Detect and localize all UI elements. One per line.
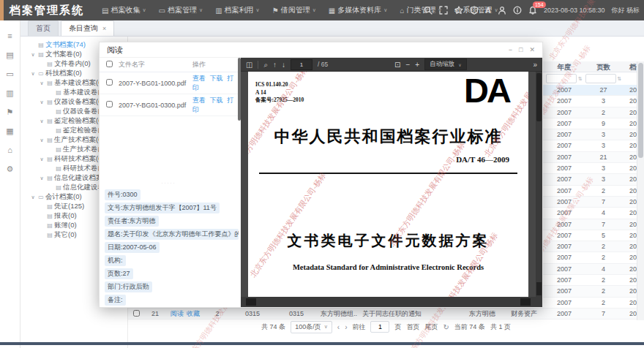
left-icon-rail: ≡ ▤ ▭ ▥ ⚑ ▦ ⌂ ⚙ <box>0 20 20 348</box>
tab-bar: 首页 条目查询 × <box>20 20 644 37</box>
nav-archive-collect[interactable]: ▤ 档案收集 ∨ <box>99 5 149 15</box>
rail-manage[interactable]: ▭ <box>0 64 20 83</box>
pagination: 共 74 条 100条/页 ∨ ‹ › 前往 页 首页 尾页 ↻ 当前 74 条… <box>128 320 644 333</box>
tree-item-label: 文书档案(74) <box>45 40 86 50</box>
zoom-out-icon[interactable]: − <box>405 58 410 72</box>
table-row[interactable]: 21 阅读收藏 2 0315 0315 东方明德组.. 关于同志任职的通知 东方… <box>128 309 644 319</box>
filter-year-input[interactable] <box>546 74 577 83</box>
rail-use[interactable]: ▥ <box>0 83 20 102</box>
scrollbar-thumb[interactable] <box>536 282 542 295</box>
row-checkbox[interactable] <box>133 310 140 317</box>
search-icon[interactable] <box>424 6 433 15</box>
nav-item-label: 档案利用 <box>225 5 254 15</box>
tree-caret-icon[interactable]: ∨ <box>29 52 37 58</box>
notification-bell[interactable]: 154 <box>528 6 537 15</box>
toolbar-more-icon[interactable]: » <box>533 58 537 72</box>
fit-page-icon[interactable]: ⊡ <box>394 58 400 72</box>
rail-system[interactable]: ⚙ <box>0 159 20 178</box>
scrollbar-thumb[interactable] <box>536 73 542 121</box>
sidebar-toggle-icon[interactable]: ◫ <box>246 58 252 72</box>
tab-close-icon[interactable]: × <box>102 25 106 32</box>
nav-archive-manage[interactable]: ▭ 档案管理 ∨ <box>156 5 206 15</box>
tree-caret-icon[interactable]: ∨ <box>38 118 45 124</box>
zoom-select[interactable]: 自动缩放 ∨ <box>424 58 466 70</box>
read-link[interactable]: 阅读 <box>171 310 184 317</box>
tree-node-icon: ▭ <box>37 70 45 77</box>
row-year: 2007 <box>545 107 583 118</box>
minimize-icon[interactable]: − <box>509 46 512 53</box>
refresh-icon[interactable]: ↻ <box>443 323 449 331</box>
tab-entry-query[interactable]: 条目查询 × <box>61 20 114 36</box>
view-link[interactable]: 查看 <box>192 75 206 82</box>
info-icon[interactable] <box>513 6 522 15</box>
find-icon[interactable]: ⌕ <box>263 58 268 72</box>
rail-collect[interactable]: ▤ <box>0 45 20 64</box>
shield-icon[interactable] <box>470 6 479 15</box>
nav-media-library[interactable]: ▦ 多媒体资料库 ∨ <box>326 5 391 15</box>
download-link[interactable]: 下载 <box>210 97 223 104</box>
2007-Y-BG01-1000.pdf[interactable]: 2007-Y-BG01-1000.pdf 查看 下载 打印 <box>100 72 241 94</box>
tree-caret-icon[interactable]: ∨ <box>38 156 45 162</box>
scrollbar-thumb[interactable] <box>638 63 643 158</box>
star-icon[interactable] <box>454 6 463 15</box>
page-down-icon[interactable]: ↓ <box>282 58 285 72</box>
file-select-all-checkbox[interactable] <box>106 61 113 67</box>
modal-header: 阅读 − □ ✕ <box>100 42 542 58</box>
zoom-in-icon[interactable]: + <box>415 58 419 72</box>
tree-caret-icon[interactable]: ∨ <box>38 175 45 181</box>
scrollbar-thumb[interactable] <box>246 298 256 306</box>
row-year: 2007 <box>545 230 583 241</box>
tab-home[interactable]: 首页 <box>28 20 59 36</box>
download-link[interactable]: 下载 <box>210 75 223 82</box>
favorite-link[interactable]: 收藏 <box>187 310 200 317</box>
file-checkbox[interactable] <box>106 101 113 107</box>
metadata-item: 备注: <box>105 293 239 306</box>
tree-item-label: 文书案卷(0) <box>45 50 82 59</box>
app-title: 档案管理系统 <box>10 4 84 18</box>
prev-page-button[interactable]: ‹ <box>337 323 340 331</box>
row-year: 2007 <box>545 118 583 129</box>
rail-borrow[interactable]: ⚑ <box>0 102 20 121</box>
splitter-handle[interactable] <box>100 181 238 185</box>
close-icon[interactable]: ✕ <box>529 46 535 53</box>
rail-media[interactable]: ▦ <box>0 121 20 140</box>
first-page-link[interactable]: 首页 <box>406 322 419 332</box>
tree-node-icon: ▤ <box>54 146 63 153</box>
rail-category[interactable]: ⌂ <box>0 140 20 159</box>
scrollbar-thumb[interactable] <box>520 298 531 306</box>
pdf-horizontal-scrollbar[interactable] <box>241 297 536 307</box>
rail-menu[interactable]: ≡ <box>0 26 20 45</box>
sort-icon[interactable]: ⇅ <box>578 76 583 82</box>
tree-caret-icon[interactable]: ∨ <box>38 80 45 86</box>
nav-archive-use[interactable]: ▥ 档案利用 ∨ <box>212 5 263 15</box>
table-scrollbar[interactable] <box>637 61 644 320</box>
nav-borrow-manage[interactable]: ⚑ 借阅管理 ∨ <box>269 5 319 15</box>
next-page-button[interactable]: › <box>345 323 347 331</box>
tree-caret-icon[interactable]: ∨ <box>38 137 45 143</box>
tree-caret-icon[interactable]: ∨ <box>29 194 37 200</box>
tree-caret-icon[interactable]: ∨ <box>38 99 45 105</box>
user-icon[interactable] <box>498 6 506 15</box>
user-greeting[interactable]: 你好 杨标 <box>611 6 640 15</box>
doc-ics-block: ICS 01.140.20 A 14 备案号:27925—2010 <box>255 81 304 105</box>
fullscreen-icon[interactable] <box>439 6 448 15</box>
row-pages: 4 <box>583 264 624 274</box>
goto-page-input[interactable] <box>370 321 389 333</box>
row-room-no: 0315 <box>274 309 318 319</box>
2007-Y-BG01-0300.pdf[interactable]: 2007-Y-BG01-0300.pdf 查看 下载 打印 <box>100 94 241 116</box>
file-checkbox[interactable] <box>106 79 113 86</box>
page-up-icon[interactable]: ↑ <box>273 58 277 72</box>
filter-pages-input[interactable] <box>585 74 616 83</box>
maximize-icon[interactable]: □ <box>519 46 523 53</box>
row-year: 2007 <box>545 129 583 140</box>
pdf-vertical-scrollbar[interactable] <box>536 72 542 307</box>
metadata-item: 责任者:东方明德 <box>105 214 239 227</box>
page-number-input[interactable] <box>291 59 312 70</box>
tree-item-label: 生产技术档案(0) <box>54 135 105 145</box>
sort-icon[interactable]: ⇅ <box>618 76 622 82</box>
font-size-icon[interactable]: A <box>485 6 491 15</box>
last-page-link[interactable]: 尾页 <box>424 322 438 332</box>
view-link[interactable]: 查看 <box>192 97 206 104</box>
page-size-select[interactable]: 100条/页 ∨ <box>291 321 332 333</box>
tree-caret-icon[interactable]: ∨ <box>29 71 37 77</box>
